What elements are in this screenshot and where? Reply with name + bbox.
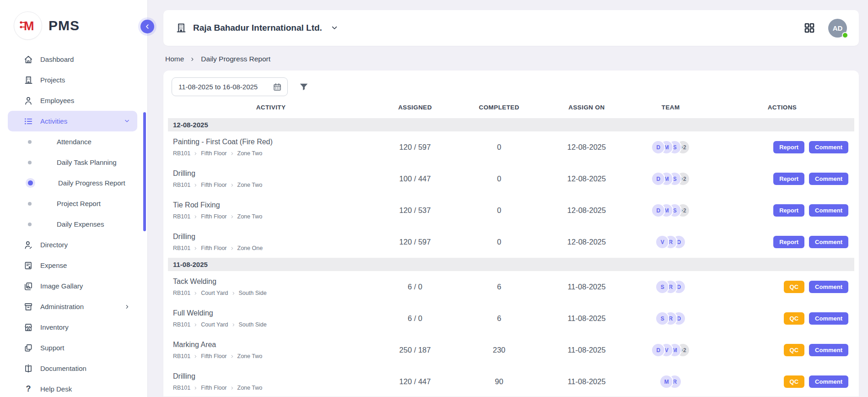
assign-on-value: 11-08-2025 — [542, 314, 631, 323]
chevron-right-icon — [230, 183, 234, 187]
sidebar-subitem-label: Project Report — [57, 200, 101, 207]
activity-title: Marking Area — [173, 341, 374, 349]
location-segment: RB101 — [173, 353, 190, 359]
sidebar-item-label: Employees — [40, 97, 74, 104]
collapse-sidebar-button[interactable] — [140, 20, 154, 33]
assigned-value: 6 / 0 — [374, 314, 456, 323]
sidebar-subitem-label: Daily Task Planning — [57, 158, 117, 166]
active-bullet-icon — [28, 180, 33, 185]
comment-button[interactable]: Comment — [809, 204, 848, 217]
report-button[interactable]: Report — [773, 236, 804, 248]
team-avatars: M R — [631, 375, 711, 388]
sidebar-item-directory[interactable]: Directory — [8, 234, 137, 255]
table-header: ACTIVITY ASSIGNED COMPLETED ASSIGN ON TE… — [168, 96, 854, 118]
sidebar-item-image-gallery[interactable]: Image Gallary — [8, 276, 137, 296]
report-button[interactable]: Report — [773, 141, 804, 153]
copy-squares-icon — [23, 343, 33, 353]
content-card: 11-08-2025 to 16-08-2025 ACTIVITY ASSIGN… — [163, 71, 859, 397]
comment-button[interactable]: Comment — [809, 236, 848, 248]
location-segment: Zone Two — [237, 385, 263, 391]
chevron-right-icon — [194, 183, 198, 187]
report-button[interactable]: Report — [773, 173, 804, 185]
sidebar-subitem-attendance[interactable]: Attendance — [8, 131, 137, 152]
user-avatar[interactable]: AD — [828, 19, 847, 38]
top-bar: Raja Bahadur International Ltd. AD — [163, 10, 859, 46]
qc-button[interactable]: QC — [784, 375, 805, 388]
sidebar-item-help-desk[interactable]: ? Help Desk — [8, 379, 137, 397]
assigned-value: 100 / 447 — [374, 174, 456, 183]
sidebar-item-label: Directory — [40, 241, 68, 249]
sidebar-item-inventory[interactable]: Inventory — [8, 317, 137, 337]
comment-button[interactable]: Comment — [809, 375, 848, 388]
chevron-right-icon — [194, 246, 198, 250]
location-segment: South Side — [239, 290, 267, 296]
sidebar-item-label: Image Gallary — [40, 282, 83, 290]
date-range-input[interactable]: 11-08-2025 to 16-08-2025 — [172, 77, 288, 96]
comment-button[interactable]: Comment — [809, 312, 848, 325]
location-segment: South Side — [239, 321, 267, 328]
person-icon — [23, 96, 33, 106]
comment-button[interactable]: Comment — [809, 281, 848, 293]
sidebar: M PMS Dashboard Projects Employees Activ… — [0, 0, 148, 397]
sidebar-nav: Dashboard Projects Employees Activities … — [0, 48, 147, 397]
breadcrumb-home[interactable]: Home — [165, 55, 184, 63]
location-segment: RB101 — [173, 290, 190, 296]
location-segment: Zone Two — [237, 150, 263, 157]
sidebar-item-projects[interactable]: Projects — [8, 70, 137, 90]
breadcrumb: Home Daily Progress Report — [163, 46, 859, 71]
location-segment: Zone Two — [237, 182, 263, 188]
sidebar-item-employees[interactable]: Employees — [8, 90, 137, 111]
company-selector[interactable]: Raja Bahadur International Ltd. — [175, 22, 338, 34]
completed-value: 6 — [456, 283, 542, 291]
image-icon — [23, 281, 33, 291]
chevron-right-icon — [194, 323, 198, 327]
chevron-left-icon — [144, 23, 151, 30]
online-status-dot — [842, 32, 848, 38]
completed-value: 90 — [456, 377, 542, 386]
column-header-assigned: ASSIGNED — [374, 104, 456, 111]
sidebar-item-label: Administration — [40, 303, 84, 310]
activity-location: RB101 Court Yard South Side — [173, 290, 374, 296]
comment-button[interactable]: Comment — [809, 344, 848, 356]
bullet-icon — [28, 161, 32, 164]
apps-grid-icon[interactable] — [803, 22, 815, 34]
sidebar-item-documentation[interactable]: Documentation — [8, 358, 137, 379]
location-segment: Zone Two — [237, 353, 263, 359]
comment-button[interactable]: Comment — [809, 173, 848, 185]
activity-location: RB101 Fifth Floor Zone Two — [173, 182, 374, 188]
completed-value: 0 — [456, 143, 542, 152]
chevron-down-icon — [124, 118, 130, 124]
comment-button[interactable]: Comment — [809, 141, 848, 153]
assign-on-value: 12-08-2025 — [542, 238, 631, 246]
location-segment: RB101 — [173, 245, 190, 251]
report-button[interactable]: Report — [773, 204, 804, 217]
qc-button[interactable]: QC — [784, 344, 805, 356]
sidebar-item-expense[interactable]: Expense — [8, 255, 137, 276]
sidebar-item-administration[interactable]: Administration — [8, 296, 137, 317]
completed-value: 0 — [456, 238, 542, 246]
location-segment: Fifth Floor — [201, 353, 226, 359]
app-logo: M PMS — [0, 0, 147, 48]
sidebar-subitem-project-report[interactable]: Project Report — [8, 193, 137, 214]
sidebar-item-dashboard[interactable]: Dashboard — [8, 49, 137, 70]
sidebar-scrollbar-thumb[interactable] — [143, 112, 146, 231]
activity-location: RB101 Court Yard South Side — [173, 321, 374, 328]
qc-button[interactable]: QC — [784, 281, 805, 293]
sidebar-subitem-daily-progress-report[interactable]: Daily Progress Report — [8, 173, 137, 193]
sidebar-subitem-daily-task-planning[interactable]: Daily Task Planning — [8, 152, 137, 173]
sidebar-item-label: Projects — [40, 76, 65, 84]
qc-button[interactable]: QC — [784, 312, 805, 325]
chevron-right-icon — [194, 215, 198, 219]
filter-funnel-icon[interactable] — [299, 82, 309, 92]
column-header-team: TEAM — [631, 104, 711, 111]
avatar-initials: AD — [833, 24, 843, 32]
table-row: Tie Rod Fixing RB101 Fifth Floor Zone Tw… — [168, 195, 854, 226]
table-row: Drilling RB101 Fifth Floor Zone Two 100 … — [168, 163, 854, 195]
sidebar-item-activities[interactable]: Activities — [8, 111, 137, 131]
bullet-icon — [28, 223, 32, 226]
sidebar-item-label: Activities — [40, 117, 67, 125]
completed-value: 6 — [456, 314, 542, 323]
sidebar-subitem-daily-expenses[interactable]: Daily Expenses — [8, 214, 137, 234]
sidebar-subitem-label: Attendance — [57, 138, 92, 146]
sidebar-item-support[interactable]: Support — [8, 337, 137, 358]
